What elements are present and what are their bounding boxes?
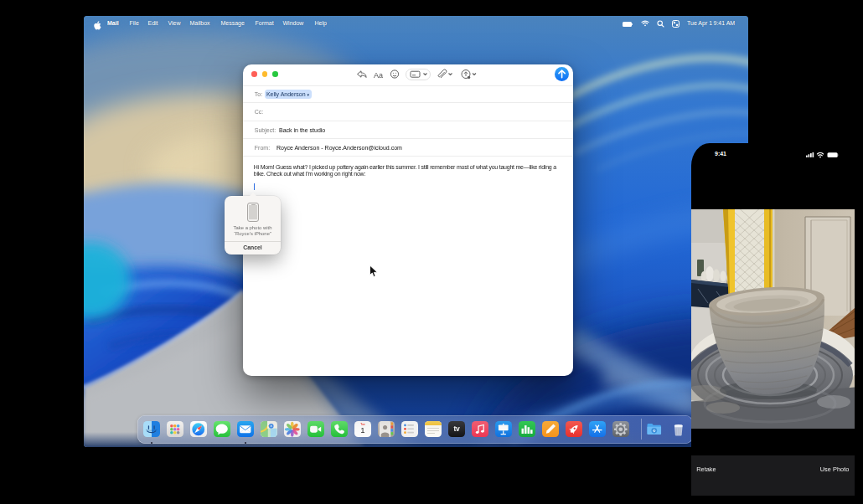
svg-text:Aa: Aa [374, 71, 383, 80]
